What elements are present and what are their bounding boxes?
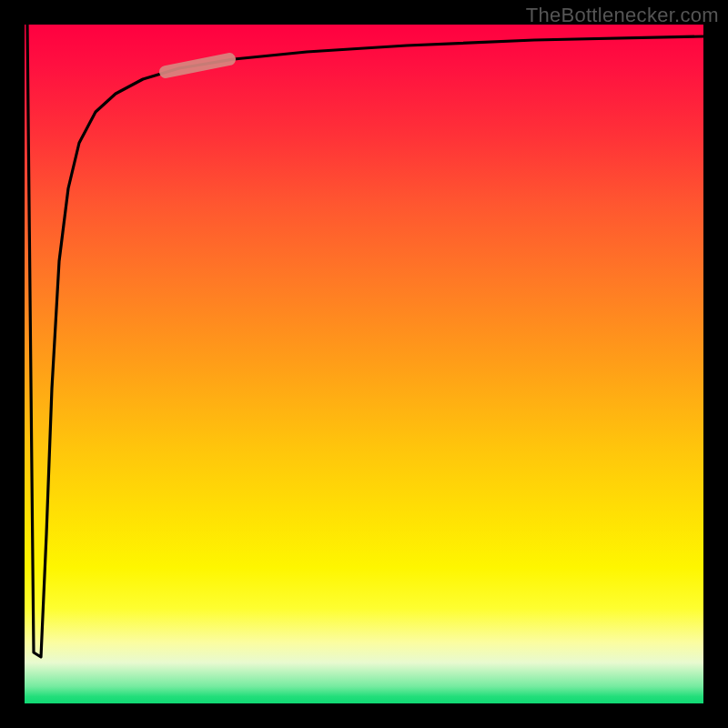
- chart-area: [25, 25, 703, 703]
- brand-watermark: TheBottlenecker.com: [526, 4, 719, 27]
- curve-path: [27, 25, 703, 657]
- highlight-segment: [166, 59, 229, 72]
- bottleneck-curve: [25, 25, 703, 703]
